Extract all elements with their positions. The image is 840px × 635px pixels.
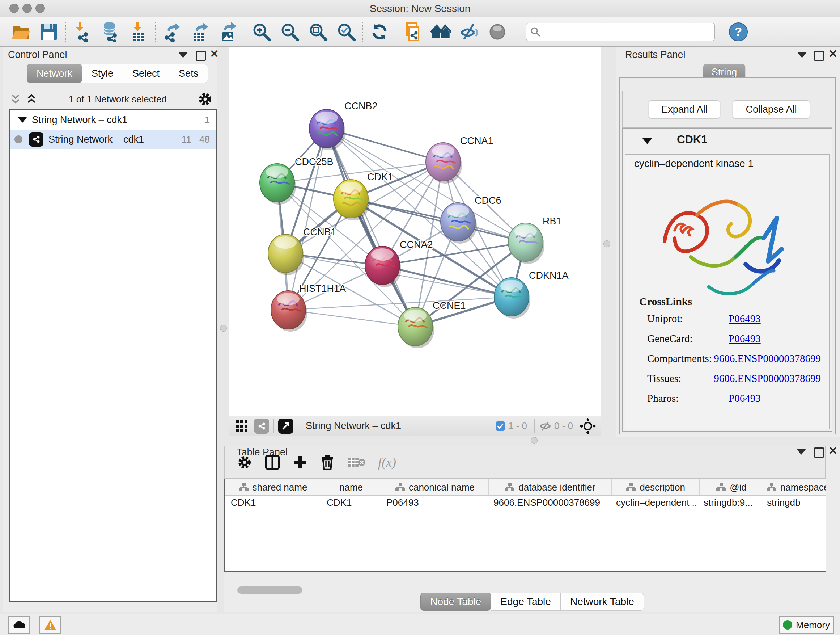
- hide-graphics-button[interactable]: [455, 20, 483, 43]
- network-node-CCNB2[interactable]: [309, 109, 346, 150]
- crosslink-value-link[interactable]: 9606.ENSP00000378699: [714, 372, 821, 385]
- pan-crosshair-icon[interactable]: [579, 418, 596, 434]
- detach-view-icon[interactable]: [278, 418, 294, 434]
- network-node-CCNB1[interactable]: [268, 234, 304, 275]
- hidden-eye-icon[interactable]: [539, 421, 551, 432]
- export-network-button[interactable]: [158, 20, 186, 43]
- column-header-canonical-name[interactable]: canonical name: [381, 479, 489, 495]
- document-network-icon: [403, 22, 423, 42]
- network-node-CCNE1[interactable]: [398, 307, 434, 348]
- table-panel-float-button[interactable]: [814, 448, 824, 458]
- network-node-CDC25B[interactable]: [260, 164, 296, 204]
- save-session-button[interactable]: [35, 20, 63, 43]
- column-header-name[interactable]: name: [321, 479, 381, 495]
- create-column-button[interactable]: [293, 455, 308, 470]
- cloud-button[interactable]: [8, 616, 30, 633]
- export-image-button[interactable]: [214, 20, 242, 43]
- table-cell[interactable]: stringdb: [761, 496, 826, 509]
- grid-view-icon[interactable]: [235, 420, 248, 432]
- tab-node-table[interactable]: Node Table: [420, 593, 491, 611]
- column-type-icon: [239, 483, 249, 492]
- import-table-file-button[interactable]: [125, 20, 153, 43]
- zoom-fit-button[interactable]: [304, 20, 332, 43]
- network-collection-row[interactable]: String Network – cdk1 1: [10, 110, 216, 130]
- apply-layout-button[interactable]: [365, 20, 393, 43]
- memory-button[interactable]: Memory: [779, 616, 834, 633]
- open-session-button[interactable]: [6, 20, 35, 43]
- network-edge-CCNB2-HIST1H1A[interactable]: [288, 128, 327, 310]
- column-header-@id[interactable]: @id: [699, 479, 763, 495]
- network-node-RB1[interactable]: [508, 223, 545, 264]
- column-header-database-identifier[interactable]: database identifier: [489, 479, 612, 495]
- bottom-splitter-handle[interactable]: [531, 437, 538, 444]
- warnings-button[interactable]: [39, 616, 61, 633]
- network-overview-icon[interactable]: [254, 418, 269, 434]
- delete-column-button[interactable]: [320, 454, 335, 470]
- results-panel-float-button[interactable]: [814, 51, 824, 61]
- create-network-view-button[interactable]: [399, 20, 427, 43]
- table-panel-collapse-button[interactable]: [797, 449, 806, 455]
- network-canvas[interactable]: CCNB2CCNA1CDC25BCDK1CDC6RB1CCNB1CCNA2CDK…: [229, 47, 601, 416]
- table-panel-close-button[interactable]: ✕: [829, 447, 837, 456]
- export-table-button[interactable]: [186, 20, 214, 43]
- table-cell[interactable]: P06493: [381, 496, 488, 509]
- zoom-selected-button[interactable]: [332, 20, 360, 43]
- network-edge-CCNB2-CCNE1[interactable]: [327, 128, 415, 326]
- chevrons-down-icon[interactable]: [9, 94, 22, 105]
- tab-select[interactable]: Select: [123, 64, 169, 83]
- table-cell[interactable]: stringdb:9...: [698, 496, 761, 509]
- crosslink-value-link[interactable]: P06493: [729, 393, 761, 404]
- network-node-CDKN1A[interactable]: [494, 278, 531, 318]
- function-builder-button[interactable]: f(x): [378, 455, 396, 470]
- search-input[interactable]: [541, 26, 711, 38]
- zoom-in-button[interactable]: [248, 20, 276, 43]
- tab-edge-table[interactable]: Edge Table: [491, 593, 561, 611]
- network-node-CCNA1[interactable]: [426, 143, 462, 184]
- network-node-CCNA2[interactable]: [365, 246, 401, 287]
- right-splitter-handle[interactable]: [603, 241, 610, 247]
- home-panel-button[interactable]: [427, 20, 455, 43]
- results-panel-collapse-button[interactable]: [797, 52, 807, 58]
- tab-network[interactable]: Network: [27, 64, 82, 83]
- network-row[interactable]: String Network – cdk1 11 48: [10, 130, 216, 149]
- table-cell[interactable]: CDK1: [225, 496, 321, 509]
- tab-network-table[interactable]: Network Table: [561, 593, 644, 611]
- collapse-all-button[interactable]: Collapse All: [733, 100, 810, 119]
- zoom-out-button[interactable]: [276, 20, 304, 43]
- table-cell[interactable]: 9606.ENSP00000378699: [488, 496, 610, 509]
- graphics-detail-button[interactable]: [483, 20, 512, 43]
- crosslink-value-link[interactable]: P06493: [729, 333, 761, 345]
- control-panel-float-button[interactable]: [196, 51, 206, 61]
- expand-all-button[interactable]: Expand All: [649, 100, 720, 119]
- results-panel-close-button[interactable]: ✕: [829, 50, 837, 59]
- tree-expand-arrow-icon[interactable]: [18, 117, 27, 123]
- help-button[interactable]: ?: [724, 20, 752, 43]
- tab-sets[interactable]: Sets: [169, 64, 208, 83]
- gene-collapse-arrow-icon[interactable]: [643, 138, 652, 144]
- delete-table-button[interactable]: [347, 455, 366, 469]
- network-edge-HIST1H1A-CCNE1[interactable]: [288, 310, 415, 326]
- separator: [273, 419, 274, 433]
- column-header-description[interactable]: description: [612, 479, 699, 495]
- crosslink-value-link[interactable]: 9606.ENSP00000378699: [714, 353, 821, 364]
- chevrons-up-icon[interactable]: [25, 94, 38, 105]
- left-splitter-handle[interactable]: [220, 325, 227, 332]
- table-cell[interactable]: cyclin–dependent ...: [610, 496, 698, 509]
- node-count: 11: [182, 134, 191, 145]
- column-header-namespace[interactable]: namespace: [763, 479, 826, 495]
- tab-style[interactable]: Style: [82, 64, 123, 83]
- table-cell[interactable]: CDK1: [321, 496, 381, 509]
- network-node-CDK1[interactable]: [333, 180, 370, 220]
- selected-checkbox-icon[interactable]: [495, 421, 505, 431]
- import-network-database-button[interactable]: [96, 20, 125, 43]
- import-network-file-button[interactable]: [68, 20, 96, 43]
- crosslink-value-link[interactable]: P06493: [729, 313, 761, 325]
- control-panel-collapse-button[interactable]: [178, 52, 188, 58]
- network-graph[interactable]: CCNB2CCNA1CDC25BCDK1CDC6RB1CCNB1CCNA2CDK…: [229, 47, 601, 416]
- control-panel-close-button[interactable]: ✕: [210, 50, 219, 59]
- export-network-icon: [162, 22, 182, 42]
- column-header-shared-name[interactable]: shared name: [225, 479, 321, 495]
- node-gloss: [500, 280, 523, 292]
- gear-icon[interactable]: [197, 92, 213, 107]
- table-row[interactable]: CDK1CDK1P064939606.ENSP00000378699cyclin…: [225, 496, 826, 509]
